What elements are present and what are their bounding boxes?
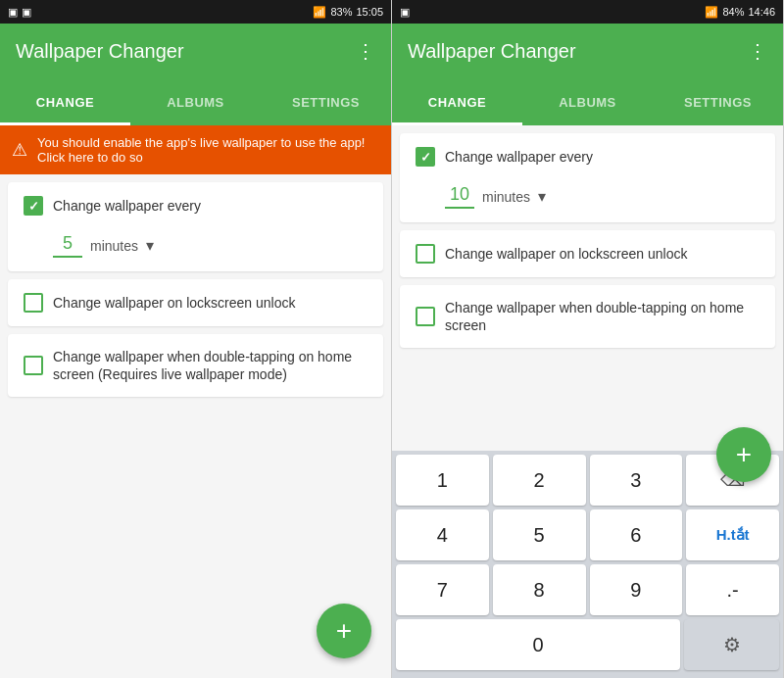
key-dot-minus[interactable]: .- xyxy=(686,564,779,615)
signal-icon-r: 📶 xyxy=(705,6,718,19)
key-6[interactable]: 6 xyxy=(590,509,683,560)
interval-row-left: 5 minutes ▾ xyxy=(24,233,368,258)
status-bar-right: ▣ 📶 84% 14:46 xyxy=(392,0,783,24)
keyboard-row-4: 0 ⚙ xyxy=(396,619,779,670)
app-bar-right: Wallpaper Changer ⋮ xyxy=(392,24,783,78)
checkbox-lockscreen-right[interactable] xyxy=(416,244,435,264)
warning-text: You should enable the app's live wallpap… xyxy=(37,135,379,165)
option-change-every-right: Change wallpaper every 10 minutes ▾ xyxy=(400,133,775,222)
keyboard: 1 2 3 ⌫ 4 5 6 H.tắt 7 8 9 .- 0 ⚙ xyxy=(392,451,783,678)
warning-banner[interactable]: ⚠ You should enable the app's live wallp… xyxy=(0,125,391,174)
label-change-every-left: Change wallpaper every xyxy=(53,197,368,215)
tab-change-left[interactable]: CHANGE xyxy=(0,78,130,125)
tab-bar-left: CHANGE ALBUMS SETTINGS xyxy=(0,78,391,125)
option-lockscreen-left: Change wallpaper on lockscreen unlock xyxy=(8,279,383,326)
key-4[interactable]: 4 xyxy=(396,509,489,560)
notification-icon-r: ▣ xyxy=(400,6,410,19)
option-doubletap-right: Change wallpaper when double-tapping on … xyxy=(400,285,775,348)
checkbox-doubletap-left[interactable] xyxy=(24,356,43,375)
tab-change-right[interactable]: CHANGE xyxy=(392,78,522,125)
keyboard-row-3: 7 8 9 .- xyxy=(396,564,779,615)
fab-right[interactable]: + xyxy=(716,427,771,482)
tab-albums-right[interactable]: ALBUMS xyxy=(522,78,653,125)
right-phone-panel: ▣ 📶 84% 14:46 Wallpaper Changer ⋮ CHANGE… xyxy=(392,0,784,678)
gear-icon: ⚙ xyxy=(723,633,741,656)
checkbox-change-every-right[interactable] xyxy=(416,147,435,167)
signal-icon: 📶 xyxy=(313,6,326,19)
app-title-right: Wallpaper Changer xyxy=(408,40,576,63)
screen-icon: ▣ xyxy=(22,6,31,19)
battery-left: 83% xyxy=(330,6,352,18)
status-bar-left: ▣ ▣ 📶 83% 15:05 xyxy=(0,0,391,24)
label-change-every-right: Change wallpaper every xyxy=(445,148,760,166)
tab-albums-left[interactable]: ALBUMS xyxy=(130,78,261,125)
keyboard-row-2: 4 5 6 H.tắt xyxy=(396,509,779,560)
key-2[interactable]: 2 xyxy=(493,455,586,506)
label-doubletap-right: Change wallpaper when double-tapping on … xyxy=(445,299,760,334)
option-doubletap-left: Change wallpaper when double-tapping on … xyxy=(8,334,383,397)
app-bar-left: Wallpaper Changer ⋮ xyxy=(0,24,391,78)
battery-right: 84% xyxy=(722,6,744,18)
fab-left[interactable]: + xyxy=(317,604,371,658)
key-0[interactable]: 0 xyxy=(396,619,680,670)
checkbox-lockscreen-left[interactable] xyxy=(24,293,43,313)
key-done[interactable]: H.tắt xyxy=(686,509,779,560)
notification-icon: ▣ xyxy=(8,6,18,19)
content-right: Change wallpaper every 10 minutes ▾ Chan… xyxy=(392,125,783,451)
label-lockscreen-left: Change wallpaper on lockscreen unlock xyxy=(53,294,368,312)
label-doubletap-left: Change wallpaper when double-tapping on … xyxy=(53,348,368,383)
option-lockscreen-right: Change wallpaper on lockscreen unlock xyxy=(400,230,775,277)
key-1[interactable]: 1 xyxy=(396,455,489,506)
key-9[interactable]: 9 xyxy=(590,564,683,615)
warning-icon: ⚠ xyxy=(12,139,27,161)
option-change-every-left: Change wallpaper every 5 minutes ▾ xyxy=(8,182,383,271)
key-7[interactable]: 7 xyxy=(396,564,489,615)
key-8[interactable]: 8 xyxy=(493,564,586,615)
interval-value-left[interactable]: 5 xyxy=(53,233,82,258)
key-5[interactable]: 5 xyxy=(493,509,586,560)
overflow-menu-right[interactable]: ⋮ xyxy=(748,39,767,63)
tab-settings-left[interactable]: SETTINGS xyxy=(261,78,391,125)
label-lockscreen-right: Change wallpaper on lockscreen unlock xyxy=(445,245,760,263)
interval-dropdown-left[interactable]: ▾ xyxy=(146,236,154,255)
interval-value-right[interactable]: 10 xyxy=(445,184,474,209)
overflow-menu-left[interactable]: ⋮ xyxy=(356,39,375,63)
app-title-left: Wallpaper Changer xyxy=(16,40,184,63)
tab-settings-right[interactable]: SETTINGS xyxy=(653,78,783,125)
key-3[interactable]: 3 xyxy=(590,455,683,506)
checkbox-change-every-left[interactable] xyxy=(24,196,43,216)
interval-unit-right: minutes xyxy=(482,189,530,205)
key-gear[interactable]: ⚙ xyxy=(684,619,779,670)
interval-row-right: 10 minutes ▾ xyxy=(416,184,760,209)
left-phone-panel: ▣ ▣ 📶 83% 15:05 Wallpaper Changer ⋮ CHAN… xyxy=(0,0,392,678)
time-right: 14:46 xyxy=(748,6,775,18)
checkbox-doubletap-right[interactable] xyxy=(416,307,435,326)
interval-dropdown-right[interactable]: ▾ xyxy=(538,187,546,206)
tab-bar-right: CHANGE ALBUMS SETTINGS xyxy=(392,78,783,125)
interval-unit-left: minutes xyxy=(90,238,138,254)
time-left: 15:05 xyxy=(356,6,383,18)
content-left: Change wallpaper every 5 minutes ▾ Chang… xyxy=(0,174,391,678)
